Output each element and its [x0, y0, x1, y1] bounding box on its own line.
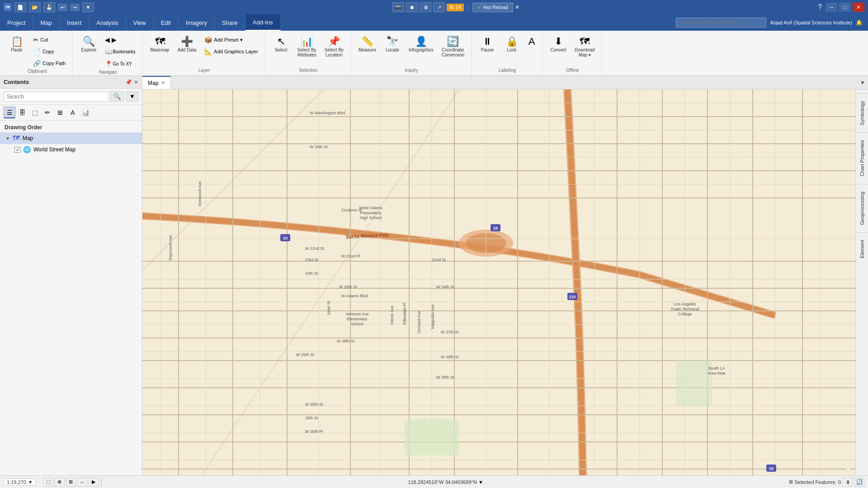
lock-btn[interactable]: 🔒 Lock — [500, 34, 523, 55]
geoprocessing-label[interactable]: Geoprocessing — [859, 188, 865, 229]
gotoxy-btn[interactable]: 📍 Go To XY — [102, 58, 138, 70]
menu-tab-map[interactable]: Map — [33, 14, 59, 31]
snapshot-btn[interactable]: 📷 — [392, 2, 404, 12]
notifications-btn[interactable]: 🔔 — [856, 19, 863, 26]
share-btn[interactable]: ↗ — [433, 2, 445, 12]
scale-selector[interactable]: 1:19,270 ▼ — [4, 479, 36, 486]
contents-search-btn[interactable]: 🔍 — [110, 91, 124, 102]
element-label[interactable]: Element — [859, 236, 865, 262]
svg-text:Orchard Ave: Orchard Ave — [417, 311, 421, 333]
locate-btn[interactable]: 🔭 Locate — [381, 34, 404, 55]
cut-btn[interactable]: ✂ Cut — [30, 34, 69, 45]
snapping-btn[interactable]: ✏ — [42, 107, 53, 118]
record-btn[interactable]: ⏺ — [406, 2, 418, 12]
menu-tab-share[interactable]: Share — [215, 14, 245, 31]
drawing-order-btn[interactable]: ☰ — [4, 107, 15, 118]
editing-btn[interactable]: ⊞ — [54, 107, 66, 118]
ribbon-group-navigate: 🔍 Explore ◀ ▶ 📖 Bookmarks 📍 Go To XY Nav… — [74, 33, 142, 75]
hot-reload-btn[interactable]: ✓ Hot Reload — [472, 3, 513, 12]
zoom-btn[interactable]: ⊕ — [55, 478, 65, 487]
clipboard-label: Clipboard — [28, 69, 47, 75]
redo-btn[interactable]: ↪ — [70, 4, 80, 11]
open-btn[interactable]: 📂 — [29, 2, 41, 12]
add-preset-btn[interactable]: 📦 Add Preset ▾ — [201, 34, 261, 45]
chart-properties-label[interactable]: Chart Properties — [859, 136, 865, 180]
paste-btn[interactable]: 📋 Paste — [5, 34, 28, 55]
map-wrapper: 10 10 110 10 Santa Monica Fwy Raymond Av… — [142, 89, 868, 475]
new-btn[interactable]: 📄 — [14, 2, 26, 12]
right-sidebar-divider2 — [856, 132, 868, 133]
sidebar-close-btn[interactable]: ✕ — [134, 79, 138, 85]
map-tab[interactable]: Map ✕ — [142, 76, 171, 89]
map-layer-icon: 🗺 — [13, 134, 20, 142]
explore-btn[interactable]: 🔍 Explore — [77, 34, 100, 55]
screen-btn[interactable]: 🖥 — [420, 2, 431, 12]
hot-reload-close-btn[interactable]: ✕ — [515, 4, 519, 10]
contents-search-input[interactable] — [4, 92, 108, 102]
command-search-input[interactable] — [676, 18, 766, 28]
download-map-btn[interactable]: 🗺 DownloadMap ▾ — [571, 34, 598, 60]
select-by-attributes-btn[interactable]: 📊 Select ByAttributes — [294, 34, 320, 60]
menu-tab-view[interactable]: View — [126, 14, 154, 31]
select-btn[interactable]: ↖ Select — [270, 34, 292, 55]
refresh-btn[interactable]: 🔄 — [854, 478, 864, 487]
pause-btn[interactable]: ⏸ Pause — [476, 34, 499, 55]
infographics-btn[interactable]: 👤 Infographics — [406, 34, 436, 55]
sidebar-pin-btn[interactable]: 📌 — [125, 79, 132, 85]
ribbon-group-labeling: ⏸ Pause 🔒 Lock A Labeling — [472, 33, 542, 75]
pause-render-btn[interactable]: ⏸ — [843, 478, 853, 487]
coords-dropdown-btn[interactable]: ▼ — [478, 479, 483, 485]
add-data-icon: ➕ — [181, 37, 193, 47]
menu-tab-addins[interactable]: Add-Ins — [245, 14, 281, 31]
map-tab-close-btn[interactable]: ✕ — [161, 80, 165, 86]
world-street-map-item[interactable]: ✓ 🌐 World Street Map — [0, 144, 142, 155]
locate-icon: 🔭 — [386, 37, 398, 47]
help-btn[interactable]: ? — [818, 3, 822, 11]
basemap-btn[interactable]: 🗺 Basemap — [147, 34, 172, 55]
quick-access-btn[interactable]: ▼ — [82, 2, 94, 12]
menu-tab-project[interactable]: Project — [0, 14, 33, 31]
select-by-location-btn[interactable]: 📌 Select ByLocation — [321, 34, 347, 60]
data-source-btn[interactable]: 🗄 — [16, 107, 28, 118]
fit-extent-btn[interactable]: ⬚ — [43, 478, 53, 487]
convert-btn[interactable]: ⬇ Convert — [547, 34, 570, 55]
navigate-prev-btn[interactable]: ◀ ▶ — [102, 34, 138, 45]
add-graphics-layer-btn[interactable]: 📐 Add Graphics Layer — [201, 46, 261, 57]
minimize-btn[interactable]: ─ — [826, 3, 837, 12]
menu-tab-imagery[interactable]: Imagery — [179, 14, 215, 31]
map-area[interactable]: 10 10 110 10 Santa Monica Fwy Raymond Av… — [142, 89, 855, 475]
coordinate-conversion-btn[interactable]: 🔄 CoordinateConversion — [438, 34, 467, 60]
labeling-tool-btn[interactable]: A — [67, 107, 79, 118]
svg-text:High School: High School — [360, 216, 382, 220]
rotate-btn[interactable]: ↔ — [77, 478, 87, 487]
save-btn[interactable]: 💾 — [43, 2, 55, 12]
menu-tab-insert[interactable]: Insert — [60, 14, 90, 31]
svg-text:Elementary: Elementary — [347, 317, 368, 321]
copy-path-btn[interactable]: 🔗 Copy Path — [30, 58, 69, 69]
svg-text:Kenwood Ave: Kenwood Ave — [198, 181, 202, 206]
contents-filter-btn[interactable]: ▼ — [126, 91, 138, 102]
tab-dropdown-btn[interactable]: ▼ — [857, 76, 868, 89]
menu-tab-edit[interactable]: Edit — [154, 14, 179, 31]
bookmarks-btn[interactable]: 📖 Bookmarks — [102, 46, 138, 57]
undo-btn[interactable]: ↩ — [58, 4, 67, 11]
selected-features: ⊞ Selected Features: 0 ⏸ 🔄 — [789, 478, 864, 487]
label-more-btn[interactable]: A — [525, 34, 538, 50]
user-info[interactable]: Asjad Asif (Spatial Sciences Institute) — [770, 20, 852, 25]
menu-tab-analysis[interactable]: Analysis — [89, 14, 126, 31]
close-btn[interactable]: ✕ — [853, 3, 864, 12]
add-data-btn[interactable]: ➕ Add Data — [175, 34, 200, 55]
symbology-label[interactable]: Symbology — [859, 97, 865, 129]
menu-bar-right: Asjad Asif (Spatial Sciences Institute) … — [676, 14, 868, 31]
copy-btn[interactable]: 📄 Copy — [30, 46, 69, 57]
selection-btn[interactable]: ⬚ — [29, 107, 41, 118]
charts-btn[interactable]: 📊 — [80, 107, 91, 118]
grid-btn[interactable]: ⊞ — [66, 478, 76, 487]
title-bar-left: 🗺 📄 📂 💾 ↩ ↪ ▼ — [4, 2, 94, 12]
separator: | — [466, 4, 471, 10]
world-street-map-checkbox[interactable]: ✓ — [14, 147, 20, 153]
maximize-btn[interactable]: □ — [839, 3, 851, 12]
measure-btn[interactable]: 📏 Measure — [355, 34, 379, 55]
map-layer-item[interactable]: ▼ 🗺 Map — [0, 132, 142, 144]
nav-arrow-btn[interactable]: ▶ — [89, 478, 99, 487]
